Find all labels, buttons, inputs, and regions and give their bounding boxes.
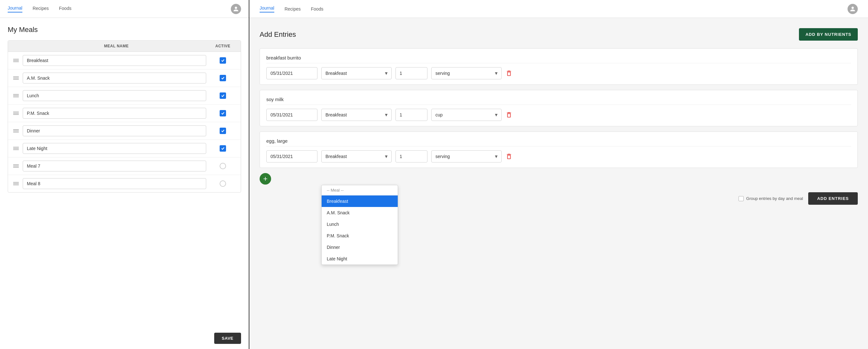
active-checkbox-6[interactable] [210,163,236,169]
dropdown-item-am-snack[interactable]: A.M. Snack [321,207,398,219]
meal-select-1[interactable]: -- Meal -- Breakfeast A.M. Snack Lunch P… [321,109,392,121]
save-row: SAVE [0,327,249,349]
entry-card-0: -- Meal -- Breakfeast A.M. Snack Lunch P… [259,48,858,85]
food-name-input-0[interactable] [266,54,851,63]
meal-name-input-2[interactable] [23,90,206,101]
date-input-1[interactable] [266,109,317,121]
table-row [8,122,241,140]
date-input-0[interactable] [266,67,317,79]
active-checkbox-2[interactable] [210,92,236,99]
unit-select-2[interactable]: serving cup oz [431,150,502,163]
delete-button-2[interactable] [505,153,513,160]
dropdown-item-lunch[interactable]: Lunch [321,219,398,230]
col-active-header: ACTIVE [210,44,236,48]
table-row [8,69,241,87]
left-panel: Journal Recipes Foods My Meals MEAL NAME… [0,0,249,349]
active-checkbox-4[interactable] [210,128,236,134]
food-name-input-2[interactable] [266,137,851,146]
dropdown-item-dinner[interactable]: Dinner [321,241,398,253]
meal-select-wrap-1: -- Meal -- Breakfeast A.M. Snack Lunch P… [321,109,392,121]
table-header: MEAL NAME ACTIVE [8,40,241,52]
add-entry-button[interactable] [259,173,271,184]
active-checkbox-1[interactable] [210,75,236,81]
quantity-input-0[interactable] [396,67,428,79]
drag-handle-icon[interactable] [13,94,19,97]
entry-row-0: -- Meal -- Breakfeast A.M. Snack Lunch P… [266,67,851,79]
table-row [8,87,241,105]
add-by-nutrients-button[interactable]: ADD BY NUTRIENTS [799,28,858,40]
active-checkbox-5[interactable] [210,145,236,152]
active-checkbox-0[interactable] [210,57,236,64]
active-checkbox-3[interactable] [210,110,236,116]
meal-name-input-3[interactable] [23,108,206,119]
meal-name-input-1[interactable] [23,72,206,84]
meal-select-wrap-0: -- Meal -- Breakfeast A.M. Snack Lunch P… [321,67,392,79]
col-meal-name-header: MEAL NAME [23,44,210,48]
page-title: My Meals [8,26,241,34]
drag-handle-icon[interactable] [13,165,19,168]
add-entries-button[interactable]: ADD ENTRIES [808,192,858,205]
unit-select-0[interactable]: serving cup oz [431,67,502,79]
dropdown-item-breakfeast[interactable]: Breakfeast [321,196,398,207]
table-row [8,52,241,69]
delete-button-1[interactable] [505,111,513,118]
nav-recipes-right[interactable]: Recipes [284,6,301,11]
right-panel: Journal Recipes Foods Add Entries ADD BY… [249,0,868,349]
meals-table: MEAL NAME ACTIVE [8,40,241,193]
meal-name-input-6[interactable] [23,161,206,171]
right-top-nav: Journal Recipes Foods [249,0,868,18]
quantity-input-2[interactable] [396,150,428,163]
quantity-input-1[interactable] [396,109,428,121]
nav-foods-right[interactable]: Foods [311,6,323,11]
drag-handle-icon[interactable] [13,147,19,150]
meal-dropdown-2: -- Meal -- Breakfeast A.M. Snack Lunch P… [321,185,398,265]
drag-handle-icon[interactable] [13,112,19,115]
group-label-text: Group entries by day and meal [746,196,803,201]
drag-handle-icon[interactable] [13,182,19,185]
dropdown-item-pm-snack[interactable]: P.M. Snack [321,230,398,241]
user-avatar-right [847,4,858,14]
meal-name-input-7[interactable] [23,178,206,189]
meal-name-input-0[interactable] [23,55,206,66]
nav-journal-right[interactable]: Journal [259,5,274,12]
user-avatar-left [231,4,241,14]
entry-row-1: -- Meal -- Breakfeast A.M. Snack Lunch P… [266,109,851,121]
table-row [8,140,241,157]
entry-card-2: -- Meal -- Breakfeast A.M. Snack Lunch P… [259,132,858,168]
right-content: Add Entries ADD BY NUTRIENTS -- Meal -- … [249,18,868,349]
active-checkbox-7[interactable] [210,180,236,187]
unit-select-1[interactable]: cup serving oz [431,109,502,121]
save-button[interactable]: SAVE [214,333,241,344]
nav-journal-left[interactable]: Journal [8,5,22,12]
drag-handle-icon[interactable] [13,59,19,62]
drag-handle-icon[interactable] [13,129,19,133]
unit-select-wrap-2: serving cup oz ▼ [431,150,502,163]
nav-foods-left[interactable]: Foods [59,6,72,12]
meal-name-input-5[interactable] [23,143,206,154]
nav-recipes-left[interactable]: Recipes [33,6,49,12]
meal-select-wrap-2: -- Meal -- Breakfeast A.M. Snack Lunch P… [321,150,392,163]
delete-button-0[interactable] [505,70,513,77]
left-content: My Meals MEAL NAME ACTIVE [0,18,249,327]
right-header: Add Entries ADD BY NUTRIENTS [259,28,858,40]
meal-select-2[interactable]: -- Meal -- Breakfeast A.M. Snack Lunch P… [321,150,392,163]
entry-card-1: -- Meal -- Breakfeast A.M. Snack Lunch P… [259,90,858,126]
table-row [8,175,241,192]
entry-row-2: -- Meal -- Breakfeast A.M. Snack Lunch P… [266,150,851,163]
table-row [8,157,241,175]
group-checkbox[interactable] [739,196,744,201]
unit-select-wrap-0: serving cup oz ▼ [431,67,502,79]
date-input-2[interactable] [266,150,317,163]
unit-select-wrap-1: cup serving oz ▼ [431,109,502,121]
drag-handle-icon[interactable] [13,77,19,80]
dropdown-header: -- Meal -- [321,185,398,196]
meal-select-0[interactable]: -- Meal -- Breakfeast A.M. Snack Lunch P… [321,67,392,79]
food-name-input-1[interactable] [266,95,851,105]
dropdown-item-late-night[interactable]: Late Night [321,253,398,265]
table-row [8,105,241,122]
add-entries-title: Add Entries [259,30,296,39]
group-checkbox-label[interactable]: Group entries by day and meal [739,196,803,201]
meal-name-input-4[interactable] [23,125,206,136]
left-top-nav: Journal Recipes Foods [0,0,249,18]
